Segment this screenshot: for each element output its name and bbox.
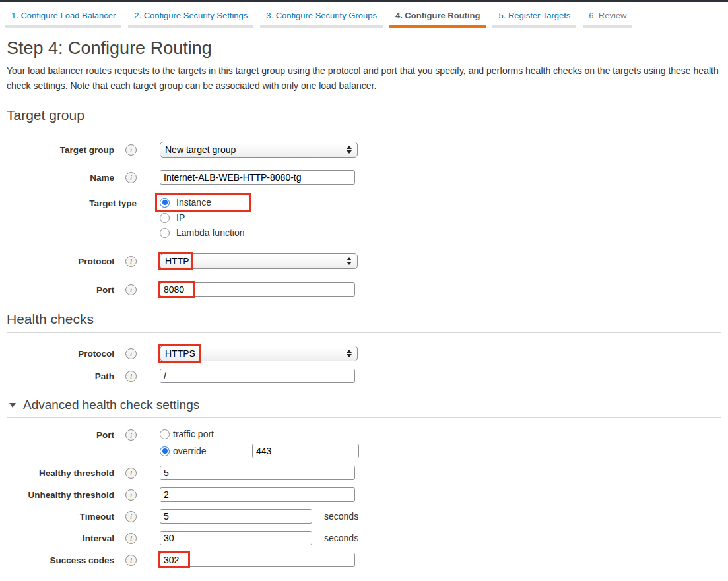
healthy-threshold-input[interactable] — [160, 466, 355, 480]
tab-configure-load-balancer[interactable]: 1. Configure Load Balancer — [5, 11, 121, 28]
target-type-radio-instance[interactable]: Instance — [160, 197, 211, 208]
section-heading-health-checks: Health checks — [7, 311, 721, 333]
protocol-select-value: HTTP — [165, 256, 347, 266]
target-group-label: Target group — [60, 145, 114, 155]
target-type-option-label: Lambda function — [176, 228, 245, 238]
override-port-input[interactable] — [252, 444, 359, 458]
target-group-select-value: New target group — [165, 144, 347, 155]
port-label: Port — [96, 285, 114, 295]
info-icon[interactable]: i — [125, 172, 137, 183]
timeout-label: Timeout — [80, 512, 114, 522]
traffic-port-option-label: traffic port — [173, 429, 214, 439]
tab-configure-routing[interactable]: 4. Configure Routing — [389, 11, 486, 28]
advanced-heading-text: Advanced health check settings — [23, 398, 199, 412]
port-row: Port i — [7, 282, 721, 297]
name-input[interactable] — [160, 170, 355, 185]
health-port-label: Port — [96, 430, 114, 440]
target-group-row: Target group i New target group — [7, 142, 721, 158]
health-protocol-label: Protocol — [78, 349, 114, 359]
radio-unselected-icon — [160, 213, 170, 223]
interval-row: Interval i seconds — [7, 531, 721, 545]
unhealthy-threshold-row: Unhealthy threshold i — [7, 487, 721, 502]
radio-selected-icon — [160, 446, 170, 456]
success-codes-row: Success codes i — [7, 553, 721, 567]
tab-register-targets[interactable]: 5. Register Targets — [492, 11, 576, 28]
info-icon[interactable]: i — [125, 468, 137, 479]
tab-configure-security-groups[interactable]: 3. Configure Security Groups — [260, 11, 383, 28]
collapse-triangle-icon[interactable] — [9, 403, 16, 408]
unhealthy-threshold-label: Unhealthy threshold — [28, 490, 114, 500]
protocol-select[interactable]: HTTP — [160, 253, 358, 269]
protocol-label: Protocol — [78, 257, 114, 266]
health-port-radio-override[interactable]: override — [160, 446, 252, 456]
info-icon[interactable]: i — [125, 555, 137, 566]
timeout-input[interactable] — [160, 509, 312, 524]
target-group-select[interactable]: New target group — [160, 142, 358, 158]
radio-unselected-icon — [160, 429, 170, 439]
info-icon[interactable]: i — [125, 511, 137, 522]
interval-label: Interval — [83, 534, 114, 543]
target-type-option-label: Instance — [176, 197, 211, 208]
target-type-radio-lambda[interactable]: Lambda function — [160, 228, 245, 238]
name-label: Name — [90, 173, 114, 183]
instance-radio-annotated: Instance — [160, 197, 245, 208]
success-codes-input[interactable] — [160, 553, 355, 567]
section-heading-advanced: Advanced health check settings — [7, 398, 721, 418]
page-title: Step 4: Configure Routing — [7, 38, 721, 59]
unhealthy-threshold-input[interactable] — [160, 487, 355, 502]
target-type-label: Target type — [89, 199, 137, 208]
override-option-label: override — [173, 446, 207, 456]
health-protocol-select-value: HTTPS — [165, 348, 347, 359]
wizard-content: Step 4: Configure Routing Your load bala… — [0, 38, 728, 581]
path-row: Path i — [7, 369, 721, 383]
success-codes-label: Success codes — [50, 555, 114, 565]
timeout-unit: seconds — [324, 511, 358, 522]
name-row: Name i — [7, 170, 721, 185]
select-arrows-icon — [347, 350, 352, 357]
protocol-row: Protocol i HTTP — [7, 253, 721, 269]
healthy-threshold-row: Healthy threshold i — [7, 466, 721, 480]
info-icon[interactable]: i — [125, 284, 137, 295]
info-icon[interactable]: i — [125, 256, 137, 267]
path-label: Path — [95, 371, 114, 381]
health-port-row: Port i traffic port override — [7, 429, 721, 458]
healthy-threshold-label: Healthy threshold — [39, 468, 114, 478]
target-type-row: Target type Instance IP Lambda functio — [7, 197, 721, 238]
info-icon[interactable]: i — [125, 533, 137, 544]
section-heading-target-group: Target group — [7, 107, 721, 129]
info-icon[interactable]: i — [125, 371, 137, 382]
tab-configure-security-settings[interactable]: 2. Configure Security Settings — [128, 11, 253, 28]
timeout-row: Timeout i seconds — [7, 509, 721, 524]
path-input[interactable] — [160, 369, 355, 383]
health-protocol-row: Protocol i HTTPS — [7, 346, 721, 361]
interval-unit: seconds — [324, 533, 358, 543]
interval-input[interactable] — [160, 531, 312, 545]
info-icon[interactable]: i — [125, 489, 137, 501]
health-port-radio-traffic-port[interactable]: traffic port — [160, 429, 359, 439]
info-icon[interactable]: i — [125, 144, 137, 156]
radio-selected-icon — [160, 198, 170, 208]
port-input[interactable] — [160, 282, 355, 297]
select-arrows-icon — [347, 257, 352, 265]
wizard-steps-nav: 1. Configure Load Balancer 2. Configure … — [0, 2, 728, 28]
info-icon[interactable]: i — [125, 429, 137, 441]
info-icon[interactable]: i — [125, 348, 137, 359]
tab-review: 6. Review — [583, 11, 632, 28]
radio-unselected-icon — [160, 228, 170, 238]
health-protocol-select[interactable]: HTTPS — [160, 346, 358, 361]
target-type-option-label: IP — [176, 212, 185, 223]
target-type-radio-ip[interactable]: IP — [160, 212, 245, 223]
select-arrows-icon — [347, 146, 352, 154]
page-description: Your load balancer routes requests to th… — [7, 63, 719, 93]
